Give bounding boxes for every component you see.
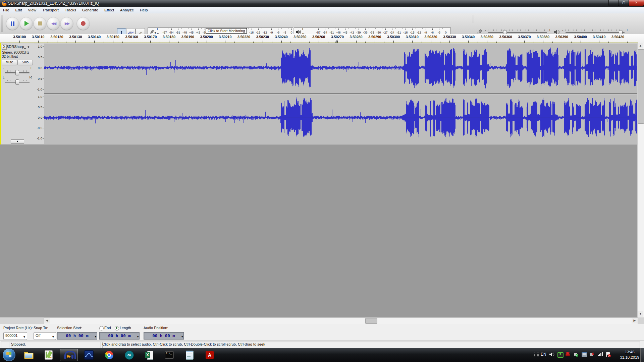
waveform-canvas[interactable] <box>44 44 638 144</box>
pause-button[interactable] <box>6 17 19 30</box>
taskbar-acrobat-button[interactable]: A <box>201 349 219 361</box>
transport-toolbar-grip[interactable] <box>1 15 3 32</box>
dropdown-arrow-icon: ▼ <box>137 334 139 340</box>
length-radio[interactable] <box>115 326 119 330</box>
tray-clock[interactable]: 13:46 31.10.2019 <box>620 349 639 360</box>
project-rate-select[interactable]: 900001▼ <box>3 332 27 340</box>
taskbar-notepad-plus-plus-button[interactable] <box>40 349 58 361</box>
ruler-label: 3.50370 <box>518 35 531 39</box>
timeline-ruler[interactable]: 3.501003.501103.501203.501303.501403.501… <box>0 34 644 43</box>
network-display-icon[interactable] <box>582 352 587 358</box>
audacity-icon <box>64 351 73 359</box>
selection-start-field[interactable]: 00 h 00 m 03.503 s▼ <box>57 332 97 340</box>
taskbar-chrome-button[interactable] <box>100 349 118 361</box>
scroll-left-button[interactable]: ◀ <box>44 318 50 323</box>
vertical-scroll-thumb[interactable] <box>638 49 644 124</box>
device-error-icon[interactable]: ✗ <box>590 352 595 358</box>
audio-position-field[interactable]: 00 h 00 m 00.000 s▼ <box>144 332 184 340</box>
input-slider-ticks <box>488 29 547 31</box>
taskbar-audacity-button[interactable] <box>60 349 78 361</box>
ruler-label: 3.50250 <box>293 35 306 39</box>
capture-device-icon[interactable] <box>557 352 563 358</box>
chrome-icon <box>105 351 113 359</box>
ruler-label: 3.50360 <box>499 35 512 39</box>
menu-view[interactable]: View <box>25 7 39 14</box>
scroll-down-button[interactable]: ▼ <box>638 311 643 317</box>
excel-icon: X <box>145 351 153 359</box>
monitor-tooltip[interactable]: Click to Start Monitoring <box>206 28 247 34</box>
input-volume-slider[interactable] <box>488 32 547 33</box>
menu-analyze[interactable]: Analyze <box>117 7 137 14</box>
taskbar-arduino-button[interactable]: ∞ <box>120 349 138 361</box>
signal-strength-icon[interactable] <box>598 352 603 358</box>
tools-toolbar-grip[interactable] <box>114 15 116 32</box>
gain-slider-thumb[interactable] <box>15 70 19 75</box>
amplitude-scale-label: -0.5 <box>37 126 42 130</box>
mute-button[interactable]: Mute <box>2 60 17 65</box>
taskbar-sdrsharp-button[interactable] <box>80 349 98 361</box>
ruler-label: 3.50110 <box>32 35 44 39</box>
dropdown-arrow-icon: ▼ <box>23 334 26 340</box>
status-hint: Click and drag to select audio, Ctrl-Cli… <box>100 342 640 348</box>
taskbar-explorer-button[interactable] <box>19 349 38 361</box>
horizontal-scroll-thumb[interactable] <box>365 318 377 324</box>
stop-button[interactable] <box>34 17 46 30</box>
menu-file[interactable]: File <box>0 7 12 14</box>
track-collapse-button[interactable]: ▲ <box>11 139 24 144</box>
ruler-label: 3.50120 <box>51 35 63 39</box>
menu-generate[interactable]: Generate <box>79 7 101 14</box>
hidden-icons-expander[interactable] <box>534 352 539 358</box>
close-button[interactable]: ✕ <box>629 0 644 6</box>
scroll-up-button[interactable]: ▲ <box>638 43 643 49</box>
solo-button[interactable]: Solo <box>17 60 33 65</box>
database-icon[interactable] <box>566 352 571 358</box>
mixer-toolbar-grip[interactable] <box>472 15 474 23</box>
show-desktop-button[interactable] <box>640 348 644 362</box>
vertical-scale-channel2[interactable]: 1.00.50.0-0.5-1.0 <box>34 95 44 144</box>
menu-tracks[interactable]: Tracks <box>62 7 79 14</box>
record-button[interactable] <box>77 17 90 30</box>
track-name-menu[interactable]: SDRSharp_ ▼ <box>6 45 33 49</box>
vertical-scrollbar[interactable]: ▲ ▼ <box>637 43 644 317</box>
menu-edit[interactable]: Edit <box>12 7 25 14</box>
volume-icon[interactable] <box>549 352 555 358</box>
record-meter-grip[interactable] <box>146 15 147 23</box>
scroll-right-button[interactable]: ▶ <box>632 318 638 323</box>
playback-meter-left-label: L <box>302 27 304 31</box>
track-close-button[interactable]: X <box>2 45 7 50</box>
title-bar[interactable]: SDRSharp_20191031_114554Z_433971000Hz_IQ… <box>0 0 644 7</box>
skip-to-start-button[interactable]: ◀◀ <box>47 17 60 30</box>
skip-start-icon: ◀◀ <box>51 21 55 26</box>
snap-to-select[interactable]: Off▼ <box>34 332 56 340</box>
menu-transport[interactable]: Transport <box>39 7 62 14</box>
pan-slider-thumb[interactable] <box>15 79 19 85</box>
menu-bar: FileEditViewTransportTracksGenerateEffec… <box>0 7 644 14</box>
playhead-marker[interactable] <box>335 39 337 43</box>
usb-eject-icon[interactable]: ✓ <box>574 352 579 358</box>
ruler-label: 3.50230 <box>256 35 269 39</box>
play-button[interactable] <box>20 17 33 30</box>
language-indicator[interactable]: EN <box>541 352 546 357</box>
selection-toolbar-grip[interactable] <box>1 325 2 340</box>
ruler-label: 3.50240 <box>275 35 288 39</box>
start-button[interactable] <box>3 349 15 361</box>
vertical-scale-channel1[interactable]: 1.00.50.0-0.5-1.0 <box>34 44 44 95</box>
taskbar-notepad-button[interactable] <box>180 349 199 361</box>
amplitude-scale-label: -1.0 <box>37 136 42 140</box>
maximize-button[interactable]: ▢ <box>619 0 629 6</box>
project-rate-label: Project Rate (Hz): <box>3 326 33 330</box>
menu-effect[interactable]: Effect <box>101 7 117 14</box>
taskbar-excel-button[interactable]: X <box>140 349 158 361</box>
skip-to-end-button[interactable]: ▶▶ <box>60 17 73 30</box>
ruler-label: 3.50200 <box>200 35 213 39</box>
minimize-button[interactable]: — <box>608 0 619 6</box>
taskbar-cmd-button[interactable]: C:\_ <box>160 349 178 361</box>
output-volume-slider[interactable] <box>566 32 625 33</box>
amplitude-scale-label: 1.0 <box>38 95 42 99</box>
horizontal-scrollbar[interactable]: ◀ ▶ <box>44 317 638 324</box>
selection-length-field[interactable]: 00 h 00 m 00.000 s▼ <box>99 332 140 340</box>
menu-help[interactable]: Help <box>137 7 151 14</box>
action-center-flag-icon[interactable]: ✗ <box>606 352 611 358</box>
end-radio[interactable] <box>99 326 104 330</box>
ruler-label: 3.50220 <box>237 35 250 39</box>
